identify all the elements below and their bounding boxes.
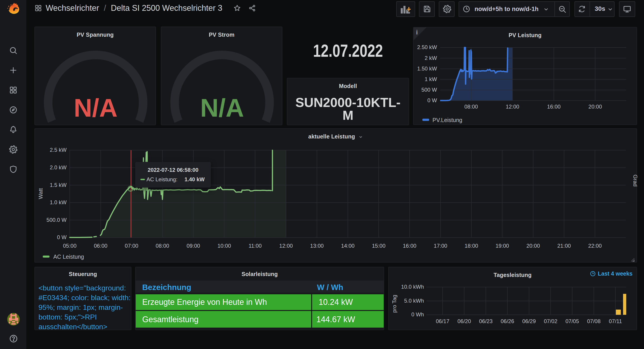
svg-text:N/A: N/A — [200, 94, 244, 122]
svg-text:Grad: Grad — [632, 175, 638, 186]
svg-text:20:00: 20:00 — [526, 243, 540, 249]
svg-text:11:00: 11:00 — [249, 243, 262, 249]
svg-text:AC Leistung: AC Leistung — [53, 253, 84, 260]
svg-text:05:00: 05:00 — [63, 243, 76, 249]
svg-text:500 W: 500 W — [422, 87, 437, 93]
svg-text:1 kW: 1 kW — [424, 76, 437, 82]
svg-text:2.0 kW: 2.0 kW — [50, 164, 66, 170]
svg-text:18:00: 18:00 — [465, 243, 478, 249]
svg-text:0 W: 0 W — [57, 234, 66, 240]
svg-text:08:00: 08:00 — [156, 243, 169, 249]
svg-text:i: i — [416, 29, 418, 36]
svg-text:09:00: 09:00 — [186, 243, 200, 249]
svg-text:19:00: 19:00 — [496, 243, 509, 249]
svg-text:06/20: 06/20 — [458, 318, 471, 324]
svg-text:2.5 kW: 2.5 kW — [50, 147, 66, 153]
svg-text:08:00: 08:00 — [464, 104, 478, 110]
svg-text:06/26: 06/26 — [501, 318, 514, 324]
svg-text:06/23: 06/23 — [479, 318, 492, 324]
svg-text:500.0 W: 500.0 W — [46, 217, 67, 223]
svg-text:N/A: N/A — [74, 94, 118, 122]
svg-text:07/11: 07/11 — [609, 318, 622, 324]
svg-text:17:00: 17:00 — [434, 243, 447, 249]
svg-text:16:00: 16:00 — [403, 243, 416, 249]
svg-text:2.50 kW: 2.50 kW — [417, 44, 437, 50]
svg-text:20:00: 20:00 — [588, 104, 602, 110]
svg-text:13:00: 13:00 — [310, 243, 324, 249]
svg-text:0 Wh: 0 Wh — [411, 311, 424, 317]
svg-text:pro Tag: pro Tag — [391, 295, 398, 313]
svg-text:15:00: 15:00 — [372, 243, 386, 249]
svg-text:1.0 kW: 1.0 kW — [50, 199, 66, 205]
svg-text:1.50 kW: 1.50 kW — [417, 66, 437, 72]
svg-text:10:00: 10:00 — [217, 243, 231, 249]
svg-text:12:00: 12:00 — [506, 104, 519, 110]
svg-text:14:00: 14:00 — [341, 243, 355, 249]
svg-text:Watt: Watt — [38, 188, 44, 199]
svg-text:07:00: 07:00 — [125, 243, 138, 249]
svg-text:0 W: 0 W — [427, 97, 437, 103]
svg-text:07/08: 07/08 — [587, 318, 600, 324]
svg-text:10.0 kWh: 10.0 kWh — [401, 284, 424, 290]
svg-text:07/02: 07/02 — [544, 318, 557, 324]
svg-text:06/29: 06/29 — [522, 318, 536, 324]
svg-text:22:00: 22:00 — [588, 243, 602, 249]
svg-text:PV.Leistung: PV.Leistung — [432, 117, 462, 123]
svg-text:1.5 kW: 1.5 kW — [50, 182, 66, 188]
svg-text:5.0 kWh: 5.0 kWh — [404, 298, 424, 304]
svg-text:06/17: 06/17 — [436, 318, 449, 324]
svg-text:21:00: 21:00 — [557, 243, 571, 249]
svg-text:07/05: 07/05 — [566, 318, 579, 324]
svg-text:06:00: 06:00 — [94, 243, 107, 249]
svg-text:16:00: 16:00 — [547, 104, 560, 110]
svg-text:12:00: 12:00 — [279, 243, 293, 249]
svg-text:2 kW: 2 kW — [424, 55, 437, 61]
